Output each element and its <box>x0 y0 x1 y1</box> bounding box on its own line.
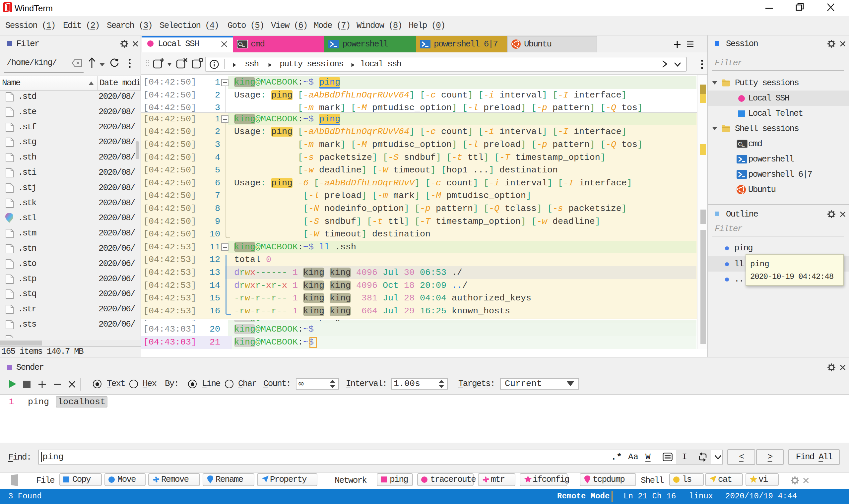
svg-text:C:\_: C:\_ <box>738 141 744 147</box>
svg-text:C:\_: C:\_ <box>238 41 245 47</box>
